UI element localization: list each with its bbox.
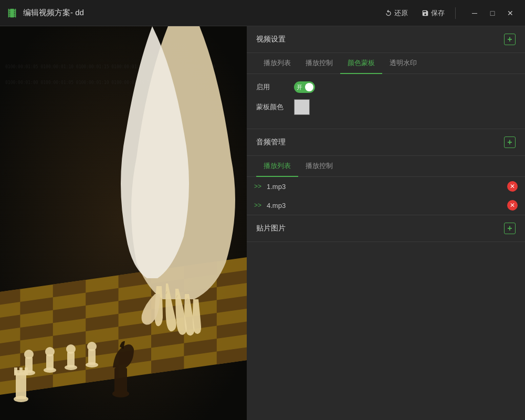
svg-point-40	[24, 350, 34, 359]
svg-rect-48	[88, 349, 96, 365]
maximize-button[interactable]: □	[484, 7, 501, 19]
audio-title: 音频管理	[256, 138, 286, 147]
audio-tab-control[interactable]: 播放控制	[298, 156, 340, 177]
svg-rect-42	[46, 354, 54, 370]
tab-playlist[interactable]: 播放列表	[256, 53, 298, 74]
titlebar: 编辑视频方案- dd 还原 保存 ─ □ ✕	[0, 0, 525, 26]
minimize-button[interactable]: ─	[466, 7, 483, 19]
audio-header[interactable]: 音频管理 +	[247, 129, 525, 156]
track2-remove-btn[interactable]: ✕	[507, 200, 518, 211]
sticker-title: 贴片图片	[256, 224, 286, 233]
enable-toggle[interactable]: 开	[294, 81, 315, 93]
audio-tabs: 播放列表 播放控制	[247, 156, 525, 177]
save-label: 保存	[431, 8, 445, 18]
track2-name: 4.mp3	[267, 202, 502, 209]
svg-point-43	[45, 347, 55, 356]
restore-button[interactable]: 还原	[380, 6, 413, 20]
film-icon	[6, 7, 18, 19]
video-preview: 0100:00:01:05 0100:00:01:10 0100:00:01:1…	[0, 26, 247, 420]
track1-icon: >>	[254, 183, 261, 190]
enable-row: 启用 开	[256, 81, 516, 93]
svg-rect-55	[14, 368, 17, 374]
right-panel: 视频设置 + 播放列表 播放控制 颜色蒙板 透明水印 启用 开 蒙板颜色	[247, 26, 525, 420]
svg-rect-57	[25, 368, 28, 374]
svg-rect-45	[67, 352, 75, 368]
track-1: >> 1.mp3 ✕	[247, 177, 525, 196]
toggle-text: 开	[297, 83, 302, 91]
restore-icon	[385, 9, 392, 17]
sticker-section: 贴片图片 +	[247, 215, 525, 242]
video-settings-add-btn[interactable]: +	[504, 34, 516, 45]
track1-remove-btn[interactable]: ✕	[507, 181, 518, 192]
save-icon	[422, 9, 429, 17]
video-settings-content: 启用 开 蒙板颜色	[247, 74, 525, 129]
video-settings-section: 视频设置 + 播放列表 播放控制 颜色蒙板 透明水印 启用 开 蒙板颜色	[247, 26, 525, 129]
window-controls: ─ □ ✕	[466, 7, 519, 19]
app-title: 编辑视频方案- dd	[23, 8, 84, 18]
audio-add-btn[interactable]: +	[504, 136, 516, 148]
video-settings-title: 视频设置	[256, 35, 286, 44]
restore-label: 还原	[394, 8, 408, 18]
divider	[455, 7, 456, 19]
color-swatch[interactable]	[294, 99, 310, 115]
svg-point-49	[87, 342, 97, 351]
mask-color-row: 蒙板颜色	[256, 99, 516, 115]
tab-watermark[interactable]: 透明水印	[382, 53, 424, 74]
svg-point-46	[66, 344, 76, 354]
tab-colormask[interactable]: 颜色蒙板	[340, 53, 382, 74]
svg-rect-51	[114, 368, 127, 394]
save-button[interactable]: 保存	[416, 6, 450, 20]
left-panel: 0100:00:01:05 0100:00:01:10 0100:00:01:1…	[0, 26, 247, 420]
audio-section: 音频管理 + 播放列表 播放控制 >> 1.mp3 ✕ >> 4.mp3 ✕	[247, 129, 525, 215]
tab-playcontrol[interactable]: 播放控制	[298, 53, 340, 74]
mask-color-label: 蒙板颜色	[256, 102, 288, 112]
video-settings-header[interactable]: 视频设置 +	[247, 26, 525, 53]
svg-rect-56	[19, 368, 23, 374]
video-settings-tabs: 播放列表 播放控制 颜色蒙板 透明水印	[247, 53, 525, 74]
main-container: 0100:00:01:05 0100:00:01:10 0100:00:01:1…	[0, 26, 525, 420]
audio-tab-playlist[interactable]: 播放列表	[256, 156, 298, 177]
audio-tracks: >> 1.mp3 ✕ >> 4.mp3 ✕	[247, 177, 525, 215]
sticker-add-btn[interactable]: +	[504, 223, 516, 234]
track-2: >> 4.mp3 ✕	[247, 196, 525, 215]
enable-label: 启用	[256, 82, 288, 92]
chess-scene: 0100:00:01:05 0100:00:01:10 0100:00:01:1…	[0, 26, 247, 420]
sticker-header[interactable]: 贴片图片 +	[247, 215, 525, 242]
titlebar-left: 编辑视频方案- dd	[6, 7, 84, 19]
svg-rect-53	[16, 373, 26, 399]
close-button[interactable]: ✕	[502, 7, 519, 19]
track1-name: 1.mp3	[267, 183, 502, 191]
track2-icon: >>	[254, 202, 261, 209]
titlebar-right: 还原 保存 ─ □ ✕	[380, 6, 519, 20]
